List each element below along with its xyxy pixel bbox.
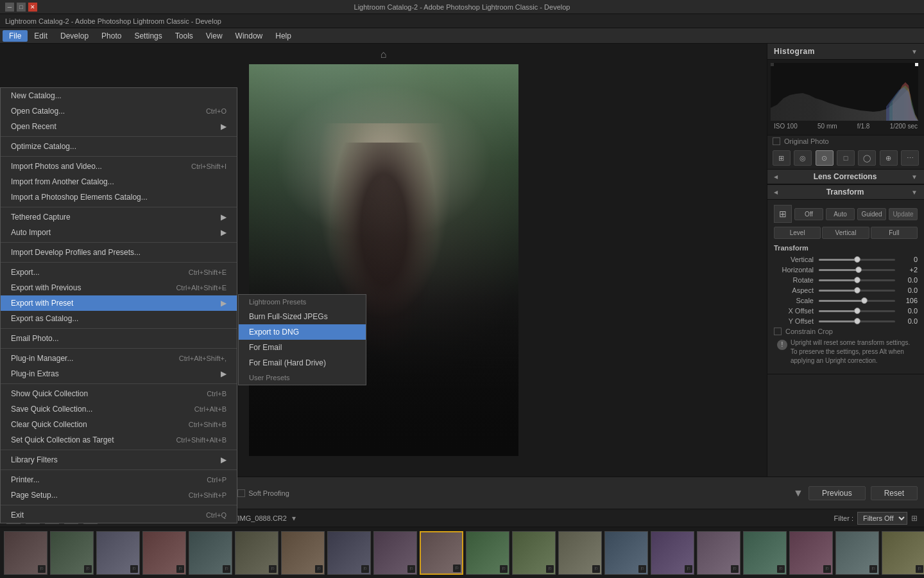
upright-level-btn[interactable]: Level [774,227,821,239]
menu-develop[interactable]: Develop [54,30,95,42]
film-thumb-16[interactable]: ⚐ [697,531,740,575]
menu-open-recent[interactable]: Open Recent▶ [1,119,237,134]
upright-auto-btn[interactable]: Auto [826,208,855,220]
submenu-for-email[interactable]: For Email [239,340,366,355]
brush-tool-btn[interactable]: ⊕ [880,150,898,166]
menu-window[interactable]: Window [229,30,270,42]
xoffset-thumb[interactable] [854,308,860,314]
scale-thumb[interactable] [861,297,868,304]
film-thumb-9[interactable]: ⚐ [373,531,417,575]
menu-file[interactable]: File [3,30,28,42]
menu-email-photo[interactable]: Email Photo... [1,331,237,346]
film-thumb-17[interactable]: ⚐ [743,531,787,575]
softproof-checkbox[interactable] [237,489,245,497]
yoffset-track[interactable] [819,320,895,322]
transform-header[interactable]: ◀ Transform ▼ [767,185,924,200]
film-thumb-10[interactable]: ⚐ [420,531,463,575]
rotate-track[interactable] [819,279,895,281]
upright-off-btn[interactable]: Off [794,208,823,220]
menu-library-filters[interactable]: Library Filters▶ [1,452,237,468]
healing-tool-btn[interactable]: ◎ [794,150,812,166]
menu-clear-quick[interactable]: Clear Quick CollectionCtrl+Shift+B [1,417,237,432]
film-thumb-6[interactable]: ⚐ [235,531,278,575]
film-thumb-2[interactable]: ⚐ [50,531,94,575]
film-thumb-20[interactable]: ⚐ [882,531,924,575]
menu-tethered[interactable]: Tethered Capture▶ [1,209,237,225]
menu-export-previous[interactable]: Export with PreviousCtrl+Alt+Shift+E [1,280,237,295]
menu-plugin-manager[interactable]: Plug-in Manager...Ctrl+Alt+Shift+, [1,351,237,366]
minimize-btn[interactable]: ─ [5,3,14,12]
film-thumb-14[interactable]: ⚐ [604,531,648,575]
filename-dropdown-icon[interactable]: ▾ [292,514,296,523]
menu-printer[interactable]: Printer...Ctrl+P [1,472,237,487]
aspect-track[interactable] [819,290,895,292]
menu-import-pse[interactable]: Import a Photoshop Elements Catalog... [1,189,237,205]
film-thumb-13[interactable]: ⚐ [558,531,602,575]
gradient-tool-btn[interactable]: □ [837,150,855,166]
scale-track[interactable] [819,300,895,302]
menu-page-setup[interactable]: Page Setup...Ctrl+Shift+P [1,487,237,503]
toolbar-chevron[interactable]: ▼ [793,487,803,499]
previous-button[interactable]: Previous [809,486,866,500]
submenu-for-email-hd[interactable]: For Email (Hard Drive) [239,355,366,371]
vertical-track[interactable] [819,259,895,261]
menu-edit[interactable]: Edit [28,30,54,42]
film-thumb-12[interactable]: ⚐ [512,531,556,575]
upright-guided-btn[interactable]: Guided [857,208,886,220]
menu-tools[interactable]: Tools [169,30,200,42]
xoffset-track[interactable] [819,310,895,312]
menu-export[interactable]: Export...Ctrl+Shift+E [1,265,237,280]
menu-export-preset[interactable]: Export with Preset▶ Lightroom Presets Bu… [1,295,237,311]
submenu-export-dng[interactable]: Export to DNG [239,324,366,340]
menu-show-quick[interactable]: Show Quick CollectionCtrl+B [1,386,237,401]
film-thumb-1[interactable]: ⚐ [4,531,47,575]
film-thumb-4[interactable]: ⚐ [142,531,186,575]
upright-vertical-btn[interactable]: Vertical [822,227,869,239]
menu-import-catalog[interactable]: Import from Another Catalog... [1,174,237,189]
rotate-thumb[interactable] [854,277,860,283]
menu-save-quick[interactable]: Save Quick Collection...Ctrl+Alt+B [1,401,237,417]
menu-view[interactable]: View [200,30,229,42]
film-thumb-18[interactable]: ⚐ [789,531,833,575]
close-btn[interactable]: ✕ [28,3,37,12]
film-thumb-15[interactable]: ⚐ [651,531,694,575]
horizontal-track[interactable] [819,269,895,271]
transform-grid-btn[interactable]: ⊞ [774,205,792,223]
upright-full-btn[interactable]: Full [871,227,918,239]
lens-corrections-header[interactable]: ◀ Lens Corrections ▼ [767,170,924,184]
menu-set-quick-target[interactable]: Set Quick Collection as TargetCtrl+Shift… [1,432,237,448]
zoom-tool-btn[interactable]: ⋯ [901,150,919,166]
filter-select[interactable]: Filters Off [857,512,907,525]
menu-open-catalog[interactable]: Open Catalog...Ctrl+O [1,103,237,119]
menu-exit[interactable]: ExitCtrl+Q [1,507,237,523]
original-photo-checkbox[interactable] [773,137,780,145]
filter-expand-btn[interactable]: ⊞ [911,514,918,523]
crop-tool-btn[interactable]: ⊞ [773,150,791,166]
upright-update-btn[interactable]: Update [889,208,918,220]
film-thumb-19[interactable]: ⚐ [835,531,879,575]
vertical-thumb[interactable] [854,256,860,263]
submenu-burn-jpegs[interactable]: Burn Full-Sized JPEGs [239,309,366,324]
constrain-crop-checkbox[interactable] [774,328,782,335]
aspect-thumb[interactable] [854,287,860,293]
maximize-btn[interactable]: □ [17,3,26,12]
menu-settings[interactable]: Settings [128,30,168,42]
menu-help[interactable]: Help [269,30,298,42]
menu-photo[interactable]: Photo [95,30,128,42]
redeye-tool-btn[interactable]: ⊙ [816,150,834,166]
horizontal-thumb[interactable] [855,267,862,273]
menu-import-photos[interactable]: Import Photos and Video...Ctrl+Shift+I [1,159,237,174]
menu-import-profiles[interactable]: Import Develop Profiles and Presets... [1,245,237,260]
menu-new-catalog[interactable]: New Catalog... [1,88,237,103]
film-thumb-11[interactable]: ⚐ [466,531,509,575]
yoffset-thumb[interactable] [854,318,860,324]
menu-plugin-extras[interactable]: Plug-in Extras▶ [1,366,237,381]
menu-auto-import[interactable]: Auto Import▶ [1,225,237,240]
menu-export-catalog[interactable]: Export as Catalog... [1,311,237,326]
reset-button[interactable]: Reset [871,486,918,500]
film-thumb-8[interactable]: ⚐ [327,531,371,575]
radial-tool-btn[interactable]: ◯ [858,150,876,166]
menu-optimize-catalog[interactable]: Optimize Catalog... [1,139,237,154]
film-thumb-5[interactable]: ⚐ [189,531,232,575]
film-thumb-3[interactable]: ⚐ [96,531,140,575]
